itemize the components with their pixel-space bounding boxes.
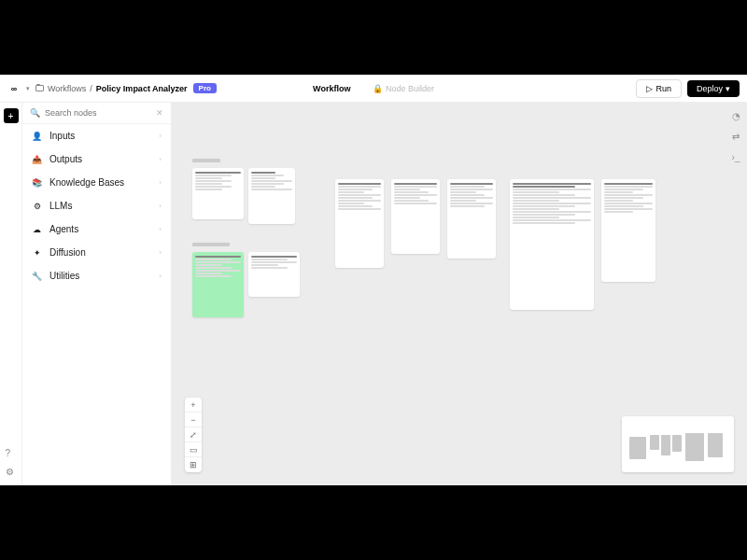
chevron-down-icon[interactable]: ▾ <box>26 85 30 92</box>
zoom-out-button[interactable]: − <box>185 413 202 427</box>
node-group-label <box>192 243 230 246</box>
folder-icon <box>35 85 44 91</box>
add-button[interactable]: + <box>4 108 19 123</box>
sidebar-item-label: Agents <box>49 224 78 234</box>
book-icon: 📚 <box>32 178 42 188</box>
chevron-right-icon: › <box>159 225 162 233</box>
zoom-fit-button[interactable]: ⤢ <box>185 427 202 442</box>
breadcrumb-separator: / <box>90 84 92 93</box>
gear-icon: ⚙ <box>32 202 42 211</box>
sidebar-item-label: Outputs <box>49 154 82 164</box>
zoom-in-button[interactable]: + <box>185 398 202 413</box>
header: ∞ ▾ Workflows / Policy Impact Analyzer P… <box>0 75 747 103</box>
zoom-controls: + − ⤢ ▭ ⊞ <box>185 398 202 472</box>
run-button[interactable]: ▷ Run <box>636 79 682 98</box>
workflow-node[interactable] <box>192 252 244 317</box>
breadcrumb-root[interactable]: Workflows <box>48 84 86 93</box>
chevron-right-icon: › <box>159 155 162 163</box>
search-row: 🔍 ✕ <box>22 103 171 124</box>
breadcrumb-current[interactable]: Policy Impact Analyzer <box>96 84 188 93</box>
sparkle-icon: ✦ <box>32 248 42 258</box>
play-icon: ▷ <box>646 84 653 93</box>
terminal-icon[interactable]: ›_ <box>730 151 741 162</box>
swap-icon[interactable]: ⇄ <box>730 131 741 142</box>
sidebar-item-label: LLMs <box>49 201 72 211</box>
left-rail: + ? ⚙ <box>0 103 22 485</box>
sidebar-item-llms[interactable]: ⚙LLMs› <box>22 194 171 217</box>
search-input[interactable] <box>45 108 151 118</box>
chevron-right-icon: › <box>159 248 162 257</box>
app-window: ∞ ▾ Workflows / Policy Impact Analyzer P… <box>0 75 747 485</box>
zoom-reset-button[interactable]: ▭ <box>185 442 202 457</box>
body: + ? ⚙ 🔍 ✕ 👤Inputs› 📤Outputs› 📚Knowledge … <box>0 103 747 485</box>
search-icon: 🔍 <box>30 108 40 118</box>
settings-icon[interactable]: ⚙ <box>6 467 17 478</box>
grid-toggle-button[interactable]: ⊞ <box>185 457 202 472</box>
breadcrumb: Workflows / Policy Impact Analyzer <box>35 84 188 93</box>
history-icon[interactable]: ◔ <box>730 110 741 121</box>
sidebar-item-knowledge[interactable]: 📚Knowledge Bases› <box>22 171 171 194</box>
workflow-node[interactable] <box>510 179 594 310</box>
cloud-icon: ☁ <box>32 225 42 234</box>
sidebar-item-label: Inputs <box>49 131 75 141</box>
tab-workflow[interactable]: Workflow <box>303 80 359 97</box>
canvas-right-rail: ◔ ⇄ ›_ <box>730 110 741 162</box>
chevron-down-icon: ▾ <box>726 84 730 93</box>
workflow-node[interactable] <box>248 252 300 297</box>
mode-tabs: Workflow 🔒 Node Builder <box>303 80 444 97</box>
chevron-right-icon: › <box>159 132 162 140</box>
user-icon: 👤 <box>32 132 42 141</box>
minimap[interactable] <box>622 416 734 472</box>
help-icon[interactable]: ? <box>6 448 17 459</box>
sidebar-item-agents[interactable]: ☁Agents› <box>22 217 171 241</box>
workflow-node[interactable] <box>447 179 496 259</box>
sidebar-item-inputs[interactable]: 👤Inputs› <box>22 124 171 147</box>
chevron-right-icon: › <box>159 202 162 210</box>
output-icon: 📤 <box>32 155 42 164</box>
workflow-node[interactable] <box>601 179 655 282</box>
sidebar-item-utilities[interactable]: 🔧Utilities› <box>22 264 171 287</box>
sidebar: 🔍 ✕ 👤Inputs› 📤Outputs› 📚Knowledge Bases›… <box>22 103 172 485</box>
sidebar-item-outputs[interactable]: 📤Outputs› <box>22 147 171 171</box>
workflow-node[interactable] <box>391 179 440 254</box>
clear-search-icon[interactable]: ✕ <box>156 108 163 118</box>
workflow-node[interactable] <box>248 168 295 224</box>
logo-icon[interactable]: ∞ <box>7 82 21 95</box>
chevron-right-icon: › <box>159 272 162 280</box>
node-group-label <box>192 159 220 162</box>
deploy-button[interactable]: Deploy ▾ <box>687 80 740 97</box>
wrench-icon: 🔧 <box>32 272 42 281</box>
tab-node-builder[interactable]: 🔒 Node Builder <box>363 80 444 97</box>
workflow-canvas[interactable]: ◔ ⇄ ›_ <box>172 103 747 485</box>
pro-badge: Pro <box>193 83 217 93</box>
sidebar-item-label: Utilities <box>49 271 79 281</box>
sidebar-item-label: Knowledge Bases <box>49 177 124 188</box>
workflow-node[interactable] <box>335 179 384 268</box>
sidebar-item-label: Diffusion <box>49 247 86 258</box>
sidebar-item-diffusion[interactable]: ✦Diffusion› <box>22 241 171 264</box>
chevron-right-icon: › <box>159 178 162 187</box>
workflow-node[interactable] <box>192 168 244 219</box>
lock-icon: 🔒 <box>373 84 383 93</box>
